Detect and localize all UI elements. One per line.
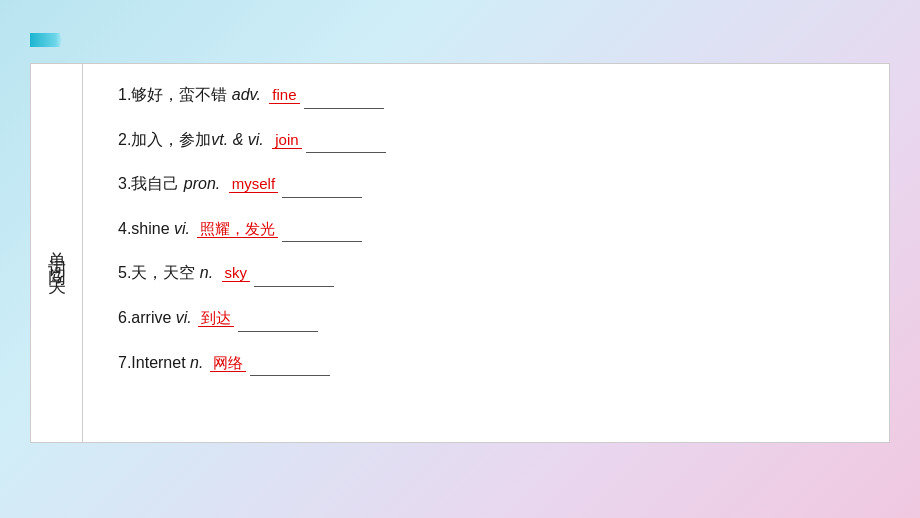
blank [282,216,362,243]
item-text: 3.我自己 pron. myself [118,171,362,198]
vocab-item: 2.加入，参加vt. & vi. join [118,127,859,154]
content-box: 单词闯关 1.够好，蛮不错 adv. fine 2.加入，参加vt. & vi.… [30,63,890,443]
answer-en: myself [229,175,278,193]
vocab-item: 5.天，天空 n. sky [118,260,859,287]
item-text: 2.加入，参加vt. & vi. join [118,127,386,154]
item-text: 5.天，天空 n. sky [118,260,334,287]
sidebar-text: 单词闯关 [45,237,69,269]
vocab-item: 1.够好，蛮不错 adv. fine [118,82,859,109]
blank [304,82,384,109]
answer-en: join [272,131,301,149]
answer-zh: 网络 [210,354,246,372]
vocab-item: 7.Internet n. 网络 [118,350,859,377]
item-text: 6.arrive vi. 到达 [118,305,318,332]
vocab-item: 3.我自己 pron. myself [118,171,859,198]
blank [254,260,334,287]
blank [250,350,330,377]
answer-en: sky [222,264,251,282]
blank [306,127,386,154]
blank [238,305,318,332]
item-text: 7.Internet n. 网络 [118,350,330,377]
item-text: 1.够好，蛮不错 adv. fine [118,82,384,109]
sidebar-label: 单词闯关 [31,64,83,442]
answer-en: fine [269,86,299,104]
blank [282,171,362,198]
page-container: 单词闯关 1.够好，蛮不错 adv. fine 2.加入，参加vt. & vi.… [0,0,920,518]
answer-zh: 到达 [198,309,234,327]
item-text: 4.shine vi. 照耀，发光 [118,216,362,243]
section-tag [30,33,62,47]
vocab-item: 4.shine vi. 照耀，发光 [118,216,859,243]
vocab-item: 6.arrive vi. 到达 [118,305,859,332]
answer-zh: 照耀，发光 [197,220,278,238]
items-area: 1.够好，蛮不错 adv. fine 2.加入，参加vt. & vi. join… [83,64,889,442]
